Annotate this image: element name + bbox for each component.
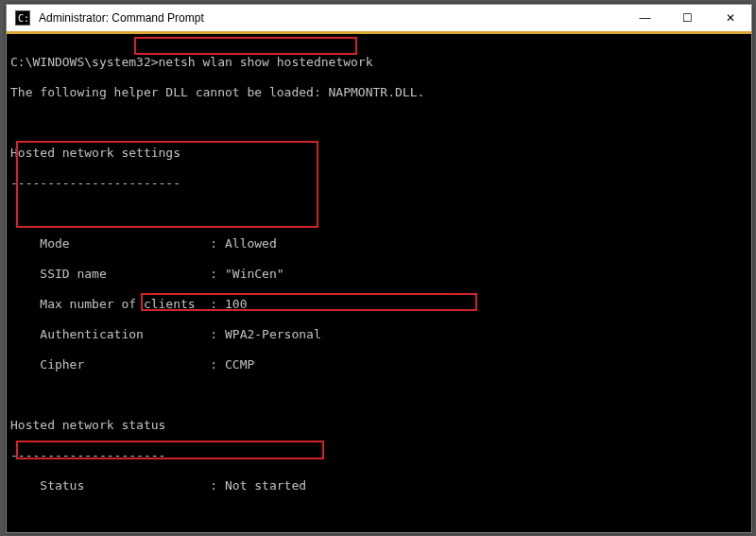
close-button[interactable]: ✕	[709, 5, 751, 31]
field-label-auth: Authentication :	[10, 327, 225, 341]
field-value-auth: WPA2-Personal	[225, 327, 321, 341]
field-value-mode: Allowed	[225, 236, 277, 251]
minimize-button[interactable]: —	[624, 5, 666, 31]
field-label-ssid: SSID name :	[10, 267, 225, 281]
field-value-cipher: CCMP	[225, 357, 254, 372]
window-title: Administrator: Command Prompt	[39, 11, 624, 25]
terminal-output[interactable]: C:\WINDOWS\system32>netsh wlan show host…	[7, 34, 751, 532]
highlight-command-1	[134, 37, 357, 55]
dll-error-line: The following helper DLL cannot be loade…	[10, 85, 747, 100]
section-header-settings: Hosted network settings	[10, 146, 747, 161]
field-value-ssid: "WinCen"	[225, 267, 284, 281]
divider: -----------------------	[10, 176, 747, 191]
titlebar[interactable]: C: Administrator: Command Prompt — ☐ ✕	[7, 5, 751, 32]
command-1: netsh wlan show hostednetwork	[159, 55, 373, 69]
divider: ---------------------	[10, 448, 747, 463]
cmd-icon: C:	[12, 8, 33, 28]
field-value-status: Not started	[225, 478, 306, 493]
maximize-button[interactable]: ☐	[666, 5, 709, 31]
field-label-status: Status :	[10, 478, 225, 493]
field-label-mode: Mode :	[10, 236, 225, 251]
section-header-status: Hosted network status	[10, 418, 747, 433]
field-label-cipher: Cipher :	[10, 357, 225, 372]
field-label-maxclients: Max number of clients :	[10, 297, 225, 311]
prompt-path: C:\WINDOWS\system32>	[10, 55, 159, 69]
command-prompt-window: C: Administrator: Command Prompt — ☐ ✕ C…	[6, 4, 752, 533]
field-value-maxclients: 100	[225, 297, 247, 311]
window-buttons: — ☐ ✕	[624, 5, 751, 31]
